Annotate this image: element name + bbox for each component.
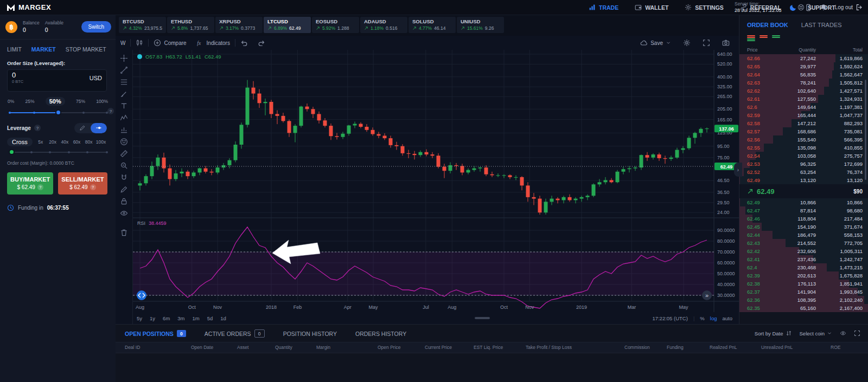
size-mark[interactable]: 50% — [46, 97, 65, 106]
logout-button[interactable]: Log out — [835, 4, 863, 11]
scale-percent-button[interactable]: % — [700, 315, 704, 321]
range-3m[interactable]: 3m — [174, 315, 188, 321]
tab-position-history[interactable]: POSITION HISTORY — [283, 331, 337, 337]
emoji-icon[interactable] — [120, 138, 128, 146]
leverage-slider[interactable] — [9, 150, 107, 155]
theme-moon-icon[interactable] — [789, 4, 797, 11]
nav-trade[interactable]: TRADE — [589, 4, 618, 11]
orderbook-row[interactable]: 62.6627,2421,619,866 — [739, 54, 868, 62]
range-5d[interactable]: 5d — [203, 315, 217, 321]
chart-snapshot-button[interactable] — [717, 39, 735, 47]
tab-order-book[interactable]: ORDER BOOK — [747, 22, 788, 28]
go-to-realtime-button[interactable]: » — [702, 290, 712, 300]
scale-auto-button[interactable]: auto — [723, 315, 733, 321]
margin-mode-label[interactable]: Cross — [7, 138, 33, 146]
range-6m[interactable]: 6m — [159, 315, 174, 321]
view-asks-icon[interactable] — [760, 35, 768, 42]
leverage-slider-thumb[interactable] — [9, 149, 15, 155]
lever-help-icon[interactable]: ? — [34, 125, 41, 131]
range-1d[interactable]: 1d — [216, 315, 230, 321]
save-layout-button[interactable]: Save — [635, 39, 676, 47]
nav-wallet[interactable]: WALLET — [635, 4, 668, 11]
orderbook-collapse-button[interactable]: › — [734, 163, 742, 177]
view-both-icon[interactable] — [747, 35, 755, 42]
orderbook-row[interactable]: 62.4787,81498,680 — [739, 206, 868, 215]
chart-plot[interactable]: 640.00520.00400.00325.00265.00205.00165.… — [133, 50, 739, 312]
switch-button[interactable]: Switch — [81, 21, 111, 33]
ticker-ethusd[interactable]: ETHUSD5.8%1,737.65 — [167, 17, 214, 33]
ticker-adausd[interactable]: ADAUSD1.18%0.516 — [360, 17, 407, 33]
orderbook-row[interactable]: 62.43214,552772,705 — [739, 239, 868, 247]
tab-open-positions[interactable]: OPEN POSITIONS 0 — [125, 330, 186, 337]
view-bids-icon[interactable] — [772, 35, 780, 42]
sell-market-button[interactable]: SELL/MARKET $ 62.49 ? — [58, 172, 107, 195]
orderbook-row[interactable]: 62.4913,12013,120 — [739, 176, 868, 184]
candlestick-chart[interactable]: 640.00520.00400.00325.00265.00205.00165.… — [133, 50, 739, 312]
orderbook-row[interactable]: 62.41237,4361,242,747 — [739, 255, 868, 263]
range-1m[interactable]: 1m — [189, 315, 203, 321]
size-slider[interactable] — [9, 110, 107, 115]
pattern-icon[interactable] — [120, 114, 128, 122]
orderbook-row[interactable]: 62.45154,190371,674 — [739, 223, 868, 231]
buy-market-button[interactable]: BUY/MARKET $ 62.49 ? — [7, 172, 53, 195]
chart-scrollbar[interactable] — [475, 317, 490, 319]
orderbook-row[interactable]: 62.6378,2411,505,812 — [739, 79, 868, 87]
forecast-icon[interactable] — [120, 126, 128, 134]
orderbook-row[interactable]: 62.4230,4681,473,215 — [739, 263, 868, 271]
orderbook-row[interactable]: 62.55135,098410,855 — [739, 144, 868, 152]
expand-icon[interactable] — [854, 330, 860, 336]
orderbook-row[interactable]: 62.58147,212882,293 — [739, 119, 868, 127]
orderbook-row[interactable]: 62.59165,4441,047,737 — [739, 111, 868, 119]
ticker-btcusd[interactable]: BTCUSD4.32%23,975.5 — [119, 17, 166, 33]
ruler-icon[interactable] — [120, 150, 128, 158]
orderbook-scrollbar[interactable] — [865, 80, 866, 180]
chart-fullscreen-button[interactable] — [698, 39, 715, 47]
orderbook-row[interactable]: 62.62102,6401,427,571 — [739, 87, 868, 95]
chart-settings-button[interactable] — [678, 39, 695, 47]
orderbook-row[interactable]: 62.4910,86610,866 — [739, 198, 868, 206]
tab-market[interactable]: MARKET — [31, 46, 56, 53]
fib-lines-icon[interactable] — [120, 78, 128, 86]
indicators-button[interactable]: fx Indicators — [192, 36, 235, 50]
trend-line-icon[interactable] — [120, 66, 128, 74]
margex-logo[interactable]: MARGEX — [0, 3, 51, 12]
timeframe-button[interactable]: W — [116, 36, 130, 50]
orderbook-row[interactable]: 62.3565,1602,167,400 — [739, 304, 868, 312]
orderbook-row[interactable]: 62.37141,9041,993,845 — [739, 288, 868, 296]
undo-button[interactable] — [235, 36, 253, 50]
orderbook-row[interactable]: 62.6529,9771,592,624 — [739, 62, 868, 70]
tab-last-trades[interactable]: LAST TRADES — [801, 22, 842, 28]
orderbook-row[interactable]: 62.54103,058275,757 — [739, 152, 868, 160]
range-1y[interactable]: 1y — [146, 315, 159, 321]
ticker-eosusd[interactable]: EOSUSD5.92%1.288 — [312, 17, 359, 33]
eye-icon[interactable] — [840, 330, 846, 336]
tab-limit[interactable]: LIMIT — [7, 46, 22, 53]
orderbook-row[interactable]: 62.38176,1131,851,941 — [739, 280, 868, 288]
ticker-xrpusd[interactable]: XRPUSD3.17%0.3773 — [215, 17, 263, 33]
brush-icon[interactable] — [120, 90, 128, 98]
mobile-app-icon[interactable] — [805, 4, 812, 11]
tab-active-orders[interactable]: ACTIVE ORDERS 0 — [205, 329, 265, 338]
orderbook-row[interactable]: 62.6456,8351,562,647 — [739, 70, 868, 79]
ticker-ltcusd[interactable]: LTCUSD6.89%62.49 — [264, 17, 311, 33]
sort-by-date-button[interactable]: Sort by Date — [755, 330, 792, 336]
order-size-input[interactable]: 0 0 BTC USD — [7, 69, 107, 92]
magnet-icon[interactable] — [120, 173, 128, 182]
leverage-slider-button[interactable] — [91, 123, 107, 133]
compare-button[interactable]: Compare — [149, 36, 191, 50]
orderbook-row[interactable]: 62.39202,6131,675,828 — [739, 271, 868, 280]
orderbook-row[interactable]: 62.56155,540566,395 — [739, 135, 868, 144]
orderbook-row[interactable]: 62.46118,804217,484 — [739, 215, 868, 223]
size-mark[interactable]: 75% — [76, 99, 85, 104]
select-coin-dropdown[interactable]: Select coin — [800, 331, 832, 336]
notifications-bell-icon[interactable] — [820, 4, 827, 11]
orderbook-row[interactable]: 62.36108,3952,102,240 — [739, 296, 868, 304]
orderbook-row[interactable]: 62.44186,479558,153 — [739, 231, 868, 239]
tab-stop-market[interactable]: STOP MARKET — [66, 46, 106, 53]
orderbook-row[interactable]: 62.6149,6441,197,381 — [739, 103, 868, 111]
lock-icon[interactable] — [120, 197, 128, 205]
nav-settings[interactable]: SETTINGS — [685, 4, 724, 11]
orderbook-row[interactable]: 62.5263,25476,374 — [739, 168, 868, 176]
pencil-icon[interactable] — [120, 185, 128, 193]
redo-button[interactable] — [253, 36, 270, 50]
